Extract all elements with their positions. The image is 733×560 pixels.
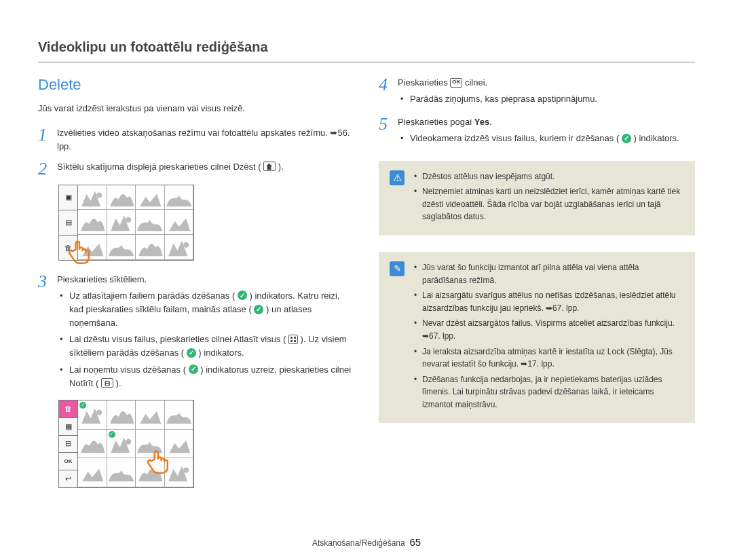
warning-item-1: Dzēstos attēlus nav iespējams atgūt.	[414, 170, 684, 183]
step-1-text: Izvēlieties video atskaņošanas režīmu va…	[57, 128, 350, 151]
page-footer: Atskaņošana/Rediģēšana 65	[0, 536, 733, 548]
intro-text: Jūs varat izdzēst ierakstus pa vienam va…	[38, 102, 354, 115]
side-tab-video: ▣	[59, 185, 77, 210]
step-5: 5 Pieskarieties pogai Yes. Videokamera i…	[379, 115, 695, 148]
check-icon	[238, 291, 247, 300]
step-3-bullet-2: Lai dzēstu visus failus, pieskarieties c…	[60, 333, 354, 360]
note-icon	[390, 261, 405, 276]
step-5-yes: Yes	[474, 117, 489, 127]
note-item-3: Nevar dzēst aizsargātos failus. Vispirms…	[414, 317, 684, 342]
check-icon	[189, 365, 198, 374]
step-4-bullet: Parādās ziņojums, kas pieprasa apstiprin…	[400, 92, 695, 106]
warning-item-2: Neizņemiet atmiņas karti un neizslēdziet…	[414, 185, 684, 223]
note-item-4: Ja ieraksta aizsardzība atmiņas kartē ir…	[414, 346, 684, 371]
step-5-text-a: Pieskarieties pogai	[398, 117, 474, 127]
step-2: 2 Sīktēlu skatījuma displejā pieskarieti…	[38, 160, 354, 178]
page-title: Videoklipu un fotoattēlu rediģēšana	[38, 39, 695, 62]
check-icon	[254, 305, 263, 314]
side-tab-back: ↩	[59, 470, 77, 487]
side-tab-photo: ▤	[59, 210, 77, 236]
step-4-text-a: Pieskarieties	[398, 77, 450, 88]
side-tab-trash: 🗑	[59, 400, 77, 418]
side-tab-trash: 🗑	[59, 236, 77, 260]
step-number: 3	[38, 273, 50, 291]
step-number: 1	[38, 126, 50, 144]
note-box: Jūs varat šo funkciju izmantot arī pilna…	[379, 252, 695, 424]
step-3-bullet-3: Lai noņemtu visus dzēšanas ( ) indikator…	[60, 363, 354, 390]
step-3-bullet-1: Uz atlasītajiem failiem parādās dzēšanas…	[60, 289, 354, 330]
clear-icon	[101, 378, 113, 388]
thumbnail-figure-2: 🗑 ▦ ⊟ OK ↩	[58, 400, 194, 488]
note-item-5: Dzēšanas funkcija nedarbojas, ja ir nepi…	[414, 373, 684, 411]
step-5-text-b: .	[489, 117, 492, 127]
section-title: Delete	[38, 76, 354, 94]
thumbnail-figure-1: ▣ ▤ 🗑	[58, 185, 194, 261]
footer-text: Atskaņošana/Rediģēšana	[312, 538, 405, 548]
step-number: 5	[379, 115, 391, 133]
side-tab-select-all: ▦	[59, 418, 77, 436]
select-all-icon	[288, 335, 298, 344]
warning-icon	[390, 170, 405, 185]
trash-icon	[263, 162, 276, 171]
page-number: 65	[409, 536, 421, 548]
step-5-bullet: Videokamera izdzēš visus failus, kuriem …	[400, 132, 695, 145]
ok-icon	[450, 78, 462, 88]
step-3: 3 Pieskarieties sīktēliem. Uz atlasītaji…	[38, 273, 354, 393]
check-icon	[187, 348, 196, 358]
step-3-text: Pieskarieties sīktēliem.	[57, 273, 354, 286]
note-item-1: Jūs varat šo funkciju izmantot arī pilna…	[414, 261, 684, 286]
step-number: 4	[379, 76, 391, 94]
step-number: 2	[38, 160, 50, 178]
side-tab-ok: OK	[59, 453, 77, 470]
warning-box: Dzēstos attēlus nav iespējams atgūt. Nei…	[379, 161, 695, 236]
step-4-text-b: cilnei.	[465, 77, 487, 88]
step-2-text-b: ).	[278, 162, 284, 172]
step-4: 4 Pieskarieties cilnei. Parādās ziņojums…	[379, 76, 695, 109]
side-tab-clear: ⊟	[59, 436, 77, 453]
note-item-2: Lai aizsargātu svarīgus attēlus no netīš…	[414, 289, 684, 314]
check-icon	[622, 134, 631, 143]
step-2-text-a: Sīktēlu skatījuma displejā pieskarieties…	[57, 162, 261, 172]
step-1: 1 Izvēlieties video atskaņošanas režīmu …	[38, 126, 354, 153]
